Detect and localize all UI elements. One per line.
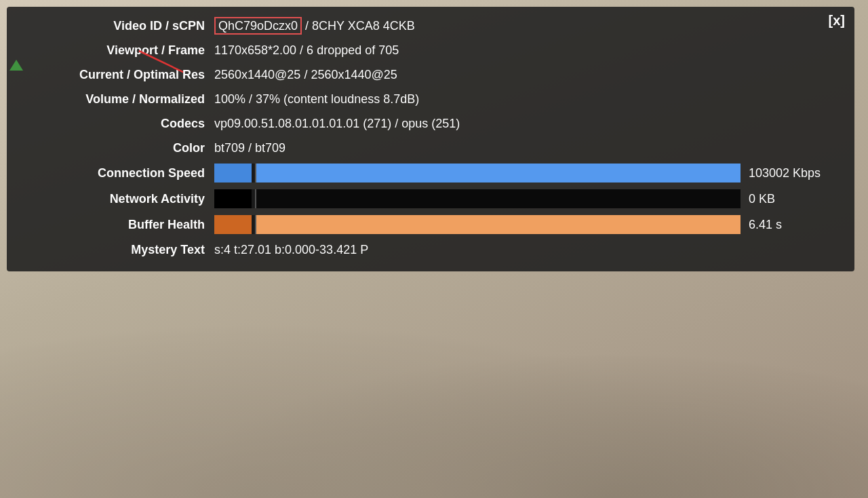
color-value: bt709 / bt709 — [214, 142, 844, 154]
buffer-health-fill-left — [214, 215, 252, 234]
viewport-row: Viewport / Frame 1170x658*2.00 / 6 dropp… — [18, 38, 844, 62]
buffer-health-bar — [214, 215, 741, 234]
mystery-text-value: s:4 t:27.01 b:0.000-33.421 P — [214, 244, 844, 256]
video-id-label: Video ID / sCPN — [18, 20, 214, 32]
connection-speed-label: Connection Speed — [18, 167, 214, 179]
codecs-value: vp09.00.51.08.01.01.01.01 (271) / opus (… — [214, 117, 844, 130]
buffer-health-fill-main — [256, 215, 741, 234]
color-label: Color — [18, 142, 214, 154]
connection-speed-row: Connection Speed 103002 Kbps — [18, 160, 844, 186]
viewport-label: Viewport / Frame — [18, 44, 214, 56]
connection-speed-value: 103002 Kbps — [749, 167, 844, 179]
network-activity-bar — [214, 189, 741, 208]
volume-label: Volume / Normalized — [18, 93, 214, 105]
buffer-health-label: Buffer Health — [18, 218, 214, 231]
volume-value: 100% / 37% (content loudness 8.7dB) — [214, 93, 844, 105]
video-id-row: Video ID / sCPN QhC79oDczx0 / 8CHY XCA8 … — [18, 14, 844, 38]
viewport-value: 1170x658*2.00 / 6 dropped of 705 — [214, 44, 844, 56]
buffer-health-row: Buffer Health 6.41 s — [18, 212, 844, 237]
buffer-health-value: 6.41 s — [749, 218, 844, 231]
network-activity-fill-main — [256, 189, 741, 208]
volume-row: Volume / Normalized 100% / 37% (content … — [18, 87, 844, 111]
resolution-label: Current / Optimal Res — [18, 69, 214, 81]
connection-speed-fill-left — [214, 164, 252, 183]
network-activity-row: Network Activity 0 KB — [18, 186, 844, 212]
network-activity-label: Network Activity — [18, 193, 214, 205]
resolution-value: 2560x1440@25 / 2560x1440@25 — [214, 69, 844, 81]
connection-speed-bar — [214, 164, 741, 183]
stats-panel: [x] Video ID / sCPN QhC79oDczx0 / 8CHY X… — [7, 7, 854, 271]
mystery-text-row: Mystery Text s:4 t:27.01 b:0.000-33.421 … — [18, 237, 844, 262]
video-id-value: QhC79oDczx0 / 8CHY XCA8 4CKB — [214, 20, 844, 32]
video-id-rest: / 8CHY XCA8 4CKB — [305, 19, 415, 33]
buffer-health-divider — [255, 215, 256, 234]
color-row: Color bt709 / bt709 — [18, 136, 844, 160]
network-activity-divider — [255, 189, 256, 208]
network-activity-fill-left — [214, 189, 252, 208]
delta-icon — [9, 60, 23, 71]
connection-speed-fill-main — [256, 164, 741, 183]
connection-speed-divider — [255, 164, 256, 183]
codecs-row: Codecs vp09.00.51.08.01.01.01.01 (271) /… — [18, 111, 844, 136]
mystery-text-label: Mystery Text — [18, 244, 214, 256]
video-id-highlight[interactable]: QhC79oDczx0 — [214, 17, 302, 35]
resolution-row: Current / Optimal Res 2560x1440@25 / 256… — [18, 62, 844, 87]
codecs-label: Codecs — [18, 117, 214, 130]
network-activity-value: 0 KB — [749, 193, 844, 205]
close-button[interactable]: [x] — [829, 14, 845, 27]
